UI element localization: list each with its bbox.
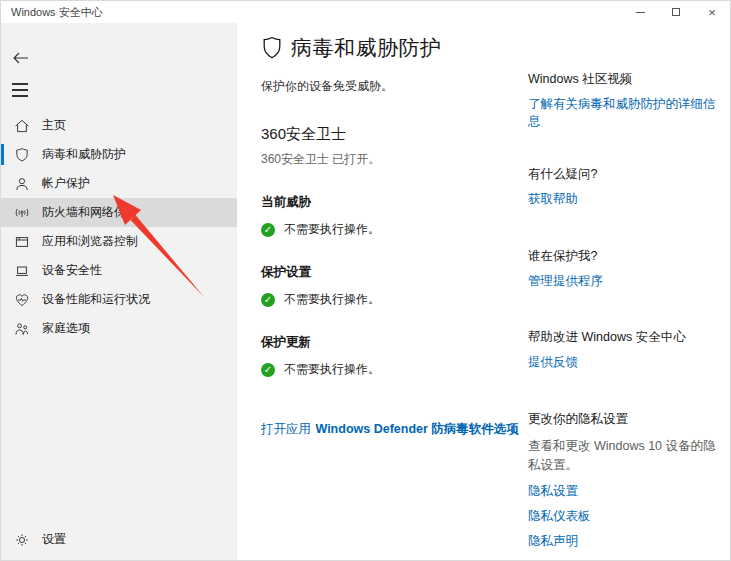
get-help-link[interactable]: 获取帮助 bbox=[528, 191, 724, 208]
page-subtitle: 保护你的设备免受威胁。 bbox=[261, 78, 529, 95]
back-arrow-icon bbox=[13, 52, 29, 64]
sidebar-item-settings[interactable]: 设置 bbox=[1, 525, 237, 554]
aside-group-feedback: 帮助改进 Windows 安全中心 提供反馈 bbox=[528, 329, 724, 371]
main-column: 病毒和威胁防护 保护你的设备免受威胁。 360安全卫士 360安全卫士 已打开。… bbox=[261, 34, 529, 438]
provider-name: 360安全卫士 bbox=[261, 125, 529, 144]
sidebar-item-virus-threat[interactable]: 病毒和威胁防护 bbox=[1, 140, 237, 169]
page-header: 病毒和威胁防护 bbox=[261, 34, 529, 62]
sidebar-item-label: 病毒和威胁防护 bbox=[42, 146, 126, 163]
laptop-icon bbox=[13, 262, 31, 280]
sidebar-item-device-security[interactable]: 设备安全性 bbox=[1, 256, 237, 285]
give-feedback-link[interactable]: 提供反馈 bbox=[528, 354, 724, 371]
aside-group-community-videos: Windows 社区视频 了解有关病毒和威胁防护的详细信息 bbox=[528, 71, 724, 130]
sidebar-item-label: 家庭选项 bbox=[42, 320, 90, 337]
sidebar-item-label: 设置 bbox=[42, 531, 66, 548]
family-icon bbox=[13, 320, 31, 338]
manage-providers-link[interactable]: 管理提供程序 bbox=[528, 273, 724, 290]
sidebar-item-label: 设备性能和运行状况 bbox=[42, 291, 150, 308]
section-protection-updates: 保护更新 bbox=[261, 334, 529, 351]
page-title: 病毒和威胁防护 bbox=[291, 34, 442, 62]
status-row: ✓ 不需要执行操作。 bbox=[261, 221, 529, 238]
app-window-icon bbox=[13, 233, 31, 251]
sidebar-item-label: 应用和浏览器控制 bbox=[42, 233, 138, 250]
sidebar-item-account[interactable]: 帐户保护 bbox=[1, 169, 237, 198]
hamburger-icon bbox=[12, 83, 28, 85]
section-current-threats: 当前威胁 bbox=[261, 194, 529, 211]
open-app-link[interactable]: 打开应用 bbox=[261, 421, 311, 438]
heart-icon bbox=[13, 291, 31, 309]
sidebar-item-performance[interactable]: 设备性能和运行状况 bbox=[1, 285, 237, 314]
back-button[interactable] bbox=[11, 49, 31, 67]
sidebar-item-label: 防火墙和网络保护 bbox=[42, 204, 138, 221]
privacy-description: 查看和更改 Windows 10 设备的隐私设置。 bbox=[528, 437, 724, 475]
aside-group-privacy: 更改你的隐私设置 查看和更改 Windows 10 设备的隐私设置。 隐私设置 … bbox=[528, 411, 724, 550]
sidebar-item-family[interactable]: 家庭选项 bbox=[1, 314, 237, 343]
sidebar-item-label: 主页 bbox=[42, 117, 66, 134]
close-button[interactable]: × bbox=[694, 1, 730, 23]
status-row: ✓ 不需要执行操作。 bbox=[261, 361, 529, 378]
person-icon bbox=[13, 175, 31, 193]
check-circle-icon: ✓ bbox=[261, 363, 275, 377]
shield-icon bbox=[13, 146, 31, 164]
sidebar-item-label: 设备安全性 bbox=[42, 262, 102, 279]
minimize-button[interactable] bbox=[622, 1, 658, 23]
sidebar-item-firewall[interactable]: 防火墙和网络保护 bbox=[1, 198, 237, 227]
close-icon: × bbox=[708, 6, 716, 19]
windows-security-window: Windows 安全中心 × 主页 bbox=[0, 0, 731, 561]
selected-indicator bbox=[1, 144, 4, 165]
check-circle-icon: ✓ bbox=[261, 223, 275, 237]
aside-group-who-protects: 谁在保护我? 管理提供程序 bbox=[528, 248, 724, 290]
window-title: Windows 安全中心 bbox=[1, 5, 622, 20]
defender-options-link[interactable]: Windows Defender 防病毒软件选项 bbox=[315, 421, 518, 438]
sidebar-item-label: 帐户保护 bbox=[42, 175, 90, 192]
maximize-icon bbox=[672, 8, 680, 16]
section-protection-settings: 保护设置 bbox=[261, 264, 529, 281]
privacy-dashboard-link[interactable]: 隐私仪表板 bbox=[528, 508, 724, 525]
sidebar-nav: 主页 病毒和威胁防护 帐户保护 防 bbox=[1, 111, 237, 343]
window-controls: × bbox=[622, 1, 730, 23]
maximize-button[interactable] bbox=[658, 1, 694, 23]
sidebar: 主页 病毒和威胁防护 帐户保护 防 bbox=[1, 23, 237, 560]
minimize-icon bbox=[636, 12, 645, 13]
main-content: 病毒和威胁防护 保护你的设备免受威胁。 360安全卫士 360安全卫士 已打开。… bbox=[237, 23, 730, 560]
check-circle-icon: ✓ bbox=[261, 293, 275, 307]
firewall-network-icon bbox=[13, 204, 31, 222]
sidebar-item-home[interactable]: 主页 bbox=[1, 111, 237, 140]
menu-button[interactable] bbox=[9, 81, 31, 99]
title-bar: Windows 安全中心 × bbox=[1, 1, 730, 23]
gear-icon bbox=[13, 531, 31, 549]
sidebar-item-app-browser[interactable]: 应用和浏览器控制 bbox=[1, 227, 237, 256]
learn-more-link[interactable]: 了解有关病毒和威胁防护的详细信息 bbox=[528, 96, 724, 130]
provider-status: 360安全卫士 已打开。 bbox=[261, 151, 529, 168]
status-row: ✓ 不需要执行操作。 bbox=[261, 291, 529, 308]
home-icon bbox=[13, 117, 31, 135]
privacy-statement-link[interactable]: 隐私声明 bbox=[528, 533, 724, 550]
page-shield-icon bbox=[261, 36, 283, 60]
privacy-settings-link[interactable]: 隐私设置 bbox=[528, 483, 724, 500]
aside-group-questions: 有什么疑问? 获取帮助 bbox=[528, 166, 724, 208]
aside-column: Windows 社区视频 了解有关病毒和威胁防护的详细信息 有什么疑问? 获取帮… bbox=[528, 71, 724, 550]
